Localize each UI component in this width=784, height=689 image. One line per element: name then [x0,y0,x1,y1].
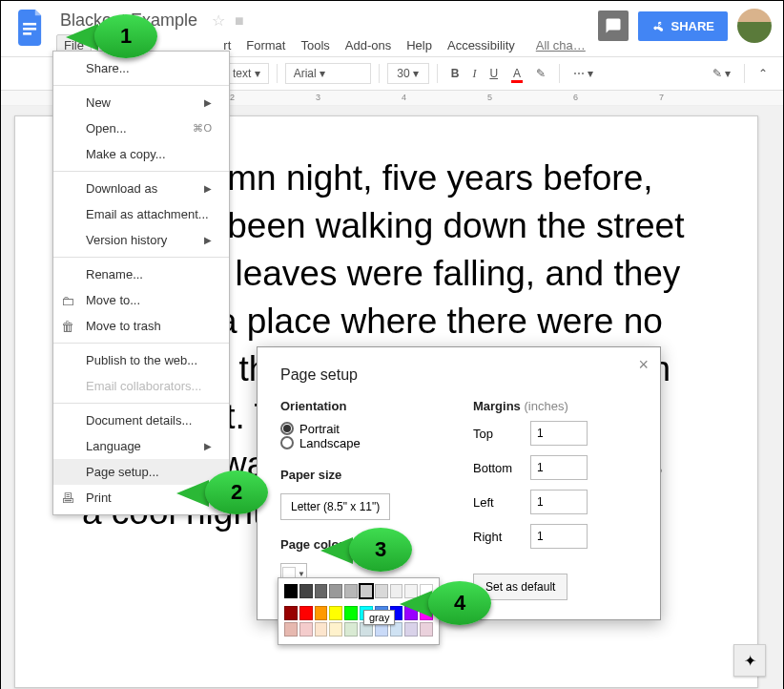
margin-bottom-input[interactable] [530,455,588,480]
editing-mode-button[interactable]: ✎ ▾ [707,63,736,84]
margin-bottom-label: Bottom [473,461,530,475]
margin-left-input[interactable] [530,490,588,514]
margins-label: Margins (inches) [473,399,637,413]
close-icon[interactable]: × [638,355,649,375]
menu-addons[interactable]: Add-ons [338,34,399,56]
color-swatch[interactable] [344,584,358,598]
color-swatch[interactable] [315,622,328,637]
menu-language[interactable]: Language▶ [53,433,229,459]
callout-3: 3 [349,528,412,572]
dialog-title: Page setup [280,366,637,384]
star-icon[interactable]: ☆ [212,12,225,29]
file-menu-dropdown: Share... New▶ Open...⌘O Make a copy... D… [52,51,230,515]
color-swatch[interactable] [344,622,358,637]
orientation-label: Orientation [280,399,444,413]
menu-publish[interactable]: Publish to the web... [53,347,229,373]
print-icon: 🖶 [61,491,74,506]
color-swatch[interactable] [284,622,298,637]
svg-rect-0 [23,23,36,26]
fontsize-input[interactable]: 30 ▾ [387,63,429,84]
text-color-button[interactable]: A [505,63,528,84]
folder-icon[interactable]: ■ [235,12,244,29]
menu-format[interactable]: Format [238,34,293,56]
bold-button[interactable]: B [445,63,465,84]
color-swatch[interactable] [315,584,328,598]
margin-top-label: Top [473,427,530,441]
margin-left-label: Left [473,495,530,510]
callout-2: 2 [205,470,268,514]
underline-button[interactable]: U [484,63,504,84]
italic-button[interactable]: I [466,63,482,85]
chevron-up-icon[interactable]: ⌃ [753,63,774,84]
paper-size-label: Paper size [280,468,444,482]
explore-button[interactable]: ✦ [733,644,766,677]
menu-share[interactable]: Share... [53,55,229,81]
callout-1: 1 [94,14,157,58]
all-changes-link[interactable]: All cha… [528,34,593,56]
color-swatch[interactable] [315,606,328,620]
svg-rect-1 [23,28,36,31]
radio-landscape[interactable]: Landscape [280,436,361,450]
menu-move-to-trash[interactable]: 🗑Move to trash [53,313,229,339]
color-swatch[interactable] [329,584,342,598]
share-label: SHARE [671,19,714,33]
menu-new[interactable]: New▶ [53,90,229,115]
menu-rename[interactable]: Rename... [53,261,229,287]
color-swatch[interactable] [329,606,342,620]
color-swatch[interactable] [284,584,298,598]
menu-open[interactable]: Open...⌘O [53,115,229,141]
menu-email-collaborators: Email collaborators... [53,373,229,399]
color-swatch[interactable] [299,606,313,620]
color-swatch[interactable] [360,584,373,598]
user-avatar[interactable] [737,9,772,43]
menu-help[interactable]: Help [399,34,440,56]
menu-accessibility[interactable]: Accessibility [440,34,523,56]
color-swatch[interactable] [299,622,313,637]
color-swatch[interactable] [404,622,418,637]
color-swatch[interactable] [329,622,342,637]
menu-version-history[interactable]: Version history▶ [53,227,229,253]
menu-email-attachment[interactable]: Email as attachment... [53,201,229,227]
margin-top-input[interactable] [530,421,588,446]
color-swatch[interactable] [375,584,388,598]
color-tooltip: gray [363,610,395,625]
color-swatch[interactable] [299,584,313,598]
color-swatch[interactable] [344,606,358,620]
callout-4: 4 [428,581,491,625]
comments-button[interactable] [598,10,629,41]
menu-download[interactable]: Download as▶ [53,176,229,201]
menu-move-to[interactable]: 🗀Move to... [53,287,229,313]
color-swatch[interactable] [284,606,298,620]
margin-right-input[interactable] [530,524,588,549]
margin-right-label: Right [473,530,530,544]
svg-rect-2 [23,32,31,35]
radio-portrait[interactable]: Portrait [280,422,340,436]
paper-size-dropdown[interactable]: Letter (8.5" x 11") [280,493,390,520]
folder-icon: 🗀 [61,293,74,308]
menu-tools[interactable]: Tools [293,34,337,56]
menu-document-details[interactable]: Document details... [53,407,229,433]
trash-icon: 🗑 [61,319,74,334]
more-button[interactable]: ⋯ ▾ [567,63,599,84]
docs-logo[interactable] [12,9,51,47]
menu-make-copy[interactable]: Make a copy... [53,141,229,167]
font-dropdown[interactable]: Arial ▾ [285,63,371,84]
highlight-button[interactable]: ✎ [530,63,551,84]
share-button[interactable]: SHARE [638,11,728,41]
